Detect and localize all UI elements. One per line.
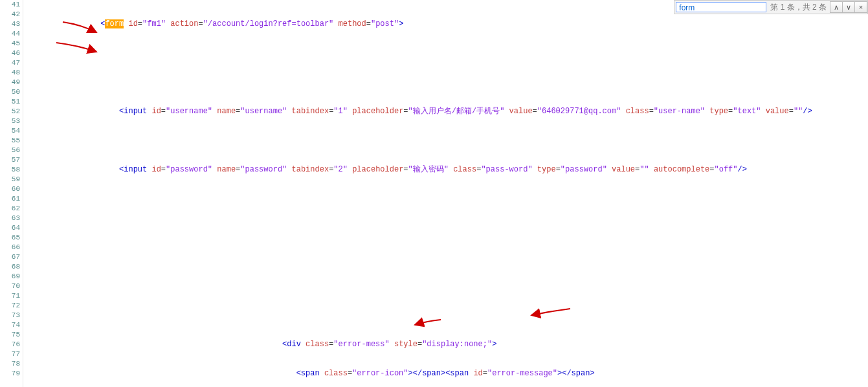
code-line: <form id="fm1" action="/account/login?re… (26, 19, 854, 29)
code-editor[interactable]: <form id="fm1" action="/account/login?re… (26, 0, 854, 387)
line-number: 71 (0, 291, 20, 301)
line-number: 43 (0, 19, 20, 29)
line-number: 47 (0, 58, 20, 68)
code-line (26, 194, 854, 204)
line-number: 48 (0, 68, 20, 78)
line-number: 56 (0, 146, 20, 155)
line-number: 46 (0, 49, 20, 58)
code-line: <input id="username" name="username" tab… (26, 107, 854, 116)
line-number: 77 (0, 349, 20, 359)
line-number: 53 (0, 116, 20, 126)
line-number: 64 (0, 223, 20, 233)
find-next-button[interactable]: ∨ (842, 1, 855, 13)
find-status: 第 1 条，共 2 条 (770, 2, 827, 13)
line-number: 63 (0, 214, 20, 223)
code-line (26, 282, 854, 291)
line-number: 51 (0, 97, 20, 107)
code-line: <div class="error-mess" style="display:n… (26, 340, 854, 349)
line-number: 79 (0, 369, 20, 379)
line-number: 67 (0, 252, 20, 262)
code-line: <span class="error-icon"></span><span id… (26, 369, 854, 379)
line-number: 45 (0, 39, 20, 49)
line-number: 70 (0, 282, 20, 291)
code-line (26, 136, 854, 146)
line-number: 73 (0, 311, 20, 320)
line-number: 76 (0, 340, 20, 349)
line-number: 61 (0, 194, 20, 204)
code-line (26, 252, 854, 262)
line-number: 52 (0, 107, 20, 116)
line-number-gutter: 41 42 43 44 45 46 47 48 49 50 51 52 53 5… (0, 0, 23, 387)
line-number: 62 (0, 204, 20, 214)
line-number: 44 (0, 29, 20, 39)
line-number: 50 (0, 87, 20, 97)
line-number: 68 (0, 262, 20, 272)
line-number: 78 (0, 359, 20, 369)
line-number: 57 (0, 155, 20, 165)
line-number: 72 (0, 301, 20, 311)
line-number: 75 (0, 330, 20, 340)
line-number: 55 (0, 136, 20, 146)
code-line (26, 223, 854, 233)
find-input[interactable]: form (676, 2, 766, 12)
line-number: 69 (0, 272, 20, 282)
find-bar: form 第 1 条，共 2 条 ∧ ∨ × (674, 0, 868, 14)
code-line (26, 311, 854, 320)
line-number: 66 (0, 243, 20, 252)
line-number: 54 (0, 126, 20, 136)
code-line: <input id="password" name="password" tab… (26, 165, 854, 175)
line-number: 65 (0, 233, 20, 243)
line-number: 49 (0, 78, 20, 87)
line-number: 74 (0, 320, 20, 330)
find-prev-button[interactable]: ∧ (830, 1, 843, 13)
line-number: 42 (0, 10, 20, 19)
find-close-button[interactable]: × (854, 1, 867, 13)
line-number: 41 (0, 0, 20, 10)
code-line (26, 49, 854, 58)
line-number: 58 (0, 165, 20, 175)
line-number: 59 (0, 175, 20, 184)
code-line (26, 78, 854, 87)
line-number: 60 (0, 184, 20, 194)
